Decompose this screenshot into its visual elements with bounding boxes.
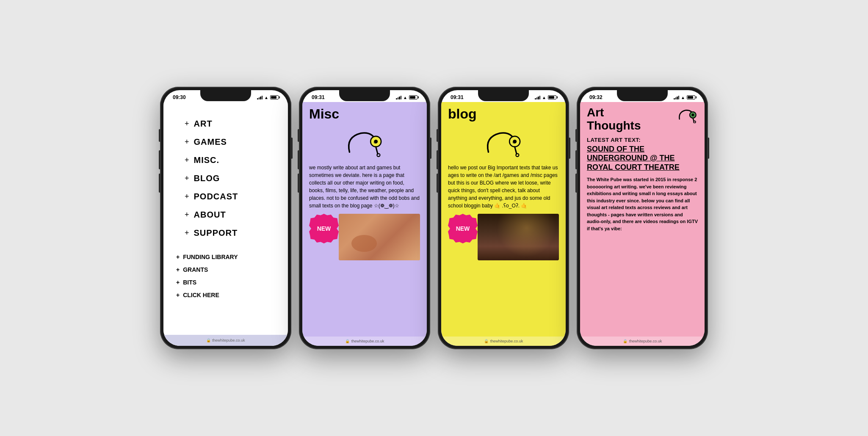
latest-art-title: SOUND OF THE UNDERGROUND @ THE ROYAL COU… bbox=[587, 145, 698, 172]
svg-point-11 bbox=[691, 114, 694, 116]
phones-container: 09:30 ▲ bbox=[147, 74, 721, 362]
art-header: ArtThoughts bbox=[587, 106, 698, 132]
misc-content: Misc ◡ we mostly w bbox=[302, 102, 427, 337]
phone-1: 09:30 ▲ bbox=[160, 87, 291, 349]
phone-4: 09:32 ▲ bbox=[577, 87, 708, 349]
menu-item-click[interactable]: + CLICK HERE bbox=[163, 289, 288, 301]
screen-3: blog ◡ hello we po bbox=[441, 102, 566, 346]
menu-label-support: SUPPORT bbox=[194, 228, 238, 238]
plus-funding: + bbox=[176, 254, 180, 260]
menu-list: + ART + GAMES + MISC. + bbox=[163, 102, 288, 335]
menu-item-about[interactable]: + ABOUT bbox=[163, 206, 288, 224]
menu-item-bits[interactable]: + BITS bbox=[163, 276, 288, 289]
blog-preview-image bbox=[478, 214, 559, 260]
menu-label-click: CLICK HERE bbox=[183, 292, 219, 298]
bottom-bar-2: 🔒 thewhitepube.co.uk bbox=[302, 337, 427, 346]
menu-label-about: ABOUT bbox=[194, 210, 226, 220]
menu-label-funding: FUNDING LIBRARY bbox=[183, 254, 238, 260]
art-description: The White Pube was started in 2015 in re… bbox=[587, 176, 698, 232]
plus-blog: + bbox=[185, 174, 190, 183]
menu-item-games[interactable]: + GAMES bbox=[163, 133, 288, 151]
status-icons-3: ▲ bbox=[535, 95, 556, 100]
menu-label-games: GAMES bbox=[194, 137, 227, 147]
bottom-bar-1: 🔒 thewhitepube.co.uk bbox=[163, 335, 288, 346]
misc-title: Misc bbox=[309, 107, 420, 121]
headphone-illustration-2: ◡ bbox=[341, 126, 388, 160]
url-3: thewhitepube.co.uk bbox=[490, 339, 523, 343]
plus-grants: + bbox=[176, 266, 180, 273]
signal-icon-1 bbox=[257, 95, 263, 99]
menu-label-podcast: PODCAST bbox=[194, 192, 238, 201]
menu-item-support[interactable]: + SUPPORT bbox=[163, 224, 288, 242]
bottom-bar-4: 🔒 thewhitepube.co.uk bbox=[580, 337, 705, 346]
menu-item-podcast[interactable]: + PODCAST bbox=[163, 188, 288, 206]
misc-description: we mostly write about art and games but … bbox=[309, 164, 420, 210]
art-title: ArtThoughts bbox=[587, 106, 641, 132]
menu-item-blog[interactable]: + BLOG bbox=[163, 169, 288, 188]
battery-icon-2 bbox=[409, 95, 417, 99]
time-3: 09:31 bbox=[451, 94, 464, 100]
url-4: thewhitepube.co.uk bbox=[629, 339, 662, 343]
headphone-illustration-3: ◡ bbox=[480, 126, 527, 160]
menu-label-misc: MISC. bbox=[194, 155, 220, 165]
menu-item-misc[interactable]: + MISC. bbox=[163, 151, 288, 169]
status-icons-1: ▲ bbox=[257, 95, 279, 100]
svg-line-7 bbox=[515, 147, 517, 154]
status-icons-4: ▲ bbox=[674, 95, 695, 100]
plus-bits: + bbox=[176, 279, 180, 286]
plus-click: + bbox=[176, 292, 180, 298]
svg-line-12 bbox=[693, 118, 694, 121]
wifi-icon-2: ▲ bbox=[403, 95, 407, 100]
screen-4: ArtThoughts LATEST ART TEXT: bbox=[580, 102, 705, 346]
art-thoughts-content: ArtThoughts LATEST ART TEXT: bbox=[580, 102, 705, 337]
phone-notch-2 bbox=[339, 90, 390, 101]
battery-icon-4 bbox=[687, 95, 695, 99]
plus-games: + bbox=[185, 138, 190, 146]
blog-title: blog bbox=[448, 107, 559, 121]
plus-podcast: + bbox=[185, 192, 190, 201]
wifi-icon-4: ▲ bbox=[681, 95, 685, 100]
menu-item-funding[interactable]: + FUNDING LIBRARY bbox=[163, 251, 288, 263]
plus-support: + bbox=[185, 229, 190, 237]
url-1: thewhitepube.co.uk bbox=[212, 338, 245, 342]
headphone-small-icon bbox=[677, 106, 698, 123]
svg-line-2 bbox=[376, 147, 378, 154]
menu-label-blog: BLOG bbox=[194, 174, 220, 183]
misc-new-section: NEW bbox=[309, 214, 420, 260]
time-4: 09:32 bbox=[589, 94, 603, 100]
menu-item-grants[interactable]: + GRANTS bbox=[163, 263, 288, 276]
signal-icon-2 bbox=[396, 95, 401, 99]
plus-misc: + bbox=[185, 156, 190, 165]
svg-text:◡: ◡ bbox=[373, 140, 377, 144]
screen-2: Misc ◡ we mostly w bbox=[302, 102, 427, 346]
plus-art: + bbox=[185, 119, 190, 128]
plus-about: + bbox=[185, 210, 190, 219]
bottom-bar-3: 🔒 thewhitepube.co.uk bbox=[441, 337, 566, 346]
wifi-icon-3: ▲ bbox=[542, 95, 546, 100]
battery-icon-3 bbox=[548, 95, 556, 99]
wifi-icon-1: ▲ bbox=[264, 95, 268, 100]
blog-new-badge: NEW bbox=[448, 214, 478, 243]
phone-2: 09:31 ▲ Misc bbox=[299, 87, 430, 349]
signal-icon-4 bbox=[674, 95, 679, 99]
phone-notch-3 bbox=[478, 90, 529, 101]
latest-art-label: LATEST ART TEXT: bbox=[587, 137, 698, 143]
phone-notch-1 bbox=[200, 90, 251, 101]
svg-text:◡: ◡ bbox=[512, 140, 516, 144]
misc-new-badge: NEW bbox=[309, 214, 339, 243]
blog-content: blog ◡ hello we po bbox=[441, 102, 566, 337]
signal-icon-3 bbox=[535, 95, 540, 99]
svg-point-8 bbox=[516, 154, 519, 157]
svg-point-13 bbox=[694, 121, 696, 123]
misc-preview-image bbox=[339, 214, 420, 260]
url-2: thewhitepube.co.uk bbox=[351, 339, 384, 343]
menu-label-bits: BITS bbox=[183, 279, 196, 286]
blog-new-section: NEW bbox=[448, 214, 559, 260]
menu-item-art[interactable]: + ART bbox=[163, 115, 288, 133]
svg-point-3 bbox=[377, 154, 380, 157]
time-1: 09:30 bbox=[173, 94, 186, 100]
battery-icon-1 bbox=[270, 95, 279, 99]
menu-label-art: ART bbox=[194, 119, 213, 129]
menu-label-grants: GRANTS bbox=[183, 266, 208, 273]
status-icons-2: ▲ bbox=[396, 95, 417, 100]
